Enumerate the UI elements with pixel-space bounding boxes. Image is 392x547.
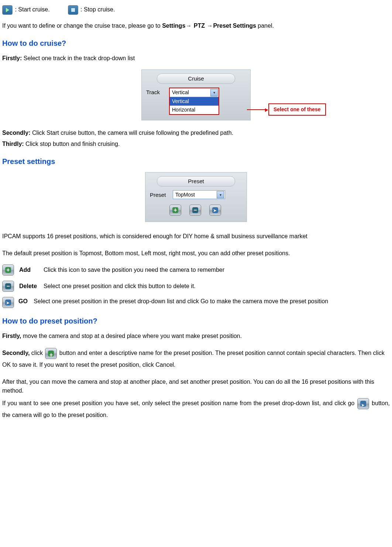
secondly-line: Secondly: Click Start cruise button, the… [2,129,390,137]
pp-see-block: If you want to see one preset position y… [2,397,390,421]
plus-icon-inline [45,348,57,359]
pp-secondly-block: Secondly, click button and enter a descr… [2,347,390,371]
heading-how-to-cruise: How to do cruise? [2,38,390,49]
delete-row: Delete Select one preset position and cl… [2,281,390,292]
chevron-down-icon[interactable]: ▾ [210,89,218,96]
define-pre: If you want to define or change the crui… [2,23,162,29]
callout-text: Select one of these [268,103,326,116]
heading-preset-settings: Preset settings [2,156,390,167]
pp-secondly-pre: click [30,350,44,356]
pp-secondly-mid: button and enter a descriptive name for … [2,350,385,368]
callout-select-one: Select one of these [247,103,326,116]
thirdly-text: Click stop button and finish cruising. [24,141,120,147]
preset-dropdown[interactable]: TopMost ▾ [173,190,225,199]
secondly-label: Secondly: [2,130,30,136]
preset-panel: Preset Preset TopMost ▾ [145,172,247,222]
thirdly-label: Thirdly: [2,141,24,147]
pp-firstly-line: Firstly, move the camera and stop at a d… [2,332,390,341]
stop-cruise-label: : Stop cruise. [80,6,115,13]
delete-text: Select one preset position and click thi… [44,282,196,291]
play-icon [2,5,13,15]
add-row: Add Click this icon to save the position… [2,264,390,276]
delete-preset-button[interactable] [189,205,201,216]
go-text: Select one preset position in the preset… [34,298,328,304]
go-label: GO [18,298,28,304]
preset-panel-figure: Preset Preset TopMost ▾ [145,172,247,222]
define-post: panel. [256,23,274,29]
minus-icon [2,281,14,292]
ptz-text: PTZ [192,23,206,29]
go-row: GO Select one preset position in the pre… [2,297,390,308]
heading-how-to-preset: How to do preset position? [2,315,390,327]
preset-intro-1: IPCAM supports 16 preset positions, whic… [2,230,390,243]
preset-selected-value: TopMost [175,191,195,199]
settings-text: Settings [162,23,185,29]
stop-icon [68,5,78,15]
secondly-text: Click Start cruise button, the camera wi… [30,130,233,136]
track-label: Track [146,88,165,97]
pp-firstly-text: move the camera and stop at a desired pl… [21,333,242,339]
track-option-horizontal[interactable]: Horizontal [170,106,219,114]
cruise-panel-title[interactable]: Cruise [157,73,235,84]
firstly-text: Select one track in the track drop-down … [22,55,135,61]
track-option-vertical[interactable]: Vertical [170,97,219,106]
arrow-icon: → [185,21,192,30]
pp-firstly-label: Firstly, [2,333,21,339]
delete-label: Delete [19,282,40,291]
callout-arrow-icon [247,109,268,110]
pp-secondly-label: Secondly, [2,350,30,356]
track-dropdown[interactable]: Vertical ▾ Vertical Horizontal [169,88,219,115]
start-cruise-label: : Start cruise. [15,6,49,13]
go-preset-button[interactable] [209,205,221,216]
preset-intro-2: The default preset position is Topmost, … [2,249,390,258]
thirdly-line: Thirdly: Click stop button and finish cr… [2,140,390,148]
go-icon [2,297,14,308]
preset-panel-title[interactable]: Preset [157,176,235,187]
go-icon-inline [357,398,369,409]
cruise-controls-line: : Start cruise. : Stop cruise. [2,5,390,15]
preset-settings-text: Preset Settings [213,23,256,29]
add-text: Click this icon to save the position you… [44,266,224,274]
define-cruise-text: If you want to define or change the crui… [2,21,390,30]
firstly-label: Firstly: [2,55,22,61]
chevron-down-icon[interactable]: ▾ [217,191,224,198]
add-preset-button[interactable] [169,205,181,216]
firstly-line: Firstly: Select one track in the track d… [2,54,390,63]
cruise-panel: Cruise Track Vertical ▾ Vertical Horizon… [141,69,251,120]
preset-label: Preset [150,190,169,199]
track-selected-value: Vertical [172,89,189,96]
track-dropdown-selected[interactable]: Vertical ▾ [170,88,219,97]
pp-see-pre: If you want to see one preset position y… [2,400,357,406]
cruise-panel-figure: Cruise Track Vertical ▾ Vertical Horizon… [141,69,251,120]
add-label: Add [19,266,40,274]
plus-icon [2,264,14,276]
pp-after-text: After that, you can move the camera and … [2,377,390,395]
arrow-icon-2: → [206,21,213,30]
